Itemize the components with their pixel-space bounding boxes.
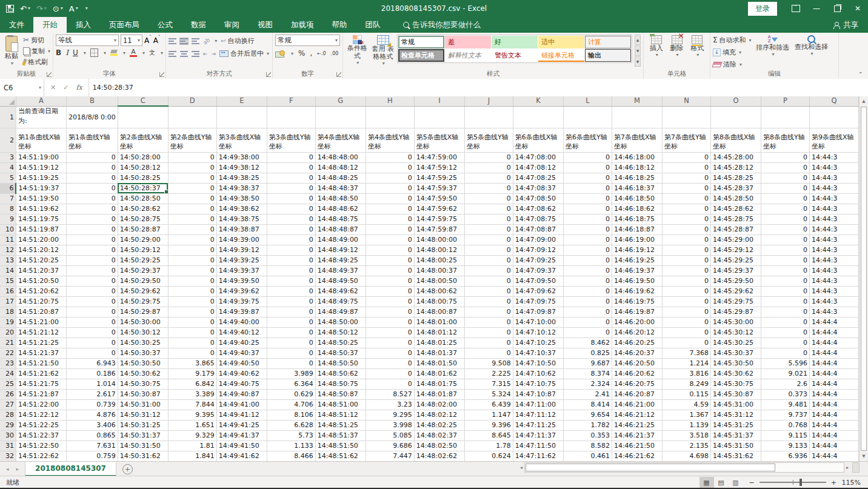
cell-E15[interactable]: 14:49:39:50 xyxy=(216,276,267,286)
bold-button[interactable]: B xyxy=(56,48,61,57)
cell-D12[interactable]: 0 xyxy=(168,245,216,255)
cell-G10[interactable]: 14:48:48:87 xyxy=(315,224,366,235)
cell-H27[interactable]: 3.23 xyxy=(366,399,414,410)
cell-C29[interactable]: 14:50:31:25 xyxy=(118,420,168,430)
alignment-dialog-launcher[interactable] xyxy=(266,72,271,77)
cell-C26[interactable]: 14:50:30:87 xyxy=(118,389,168,399)
cell-P12[interactable]: 0 xyxy=(761,245,810,255)
cell-D25[interactable]: 6.842 xyxy=(168,379,216,389)
cell-F6[interactable]: 0 xyxy=(267,183,315,193)
cell-C2[interactable]: 第2条曲线X轴坐标 xyxy=(118,128,168,152)
cell-B18[interactable]: 0 xyxy=(67,307,118,317)
zoom-slider[interactable] xyxy=(760,482,826,483)
cell-K5[interactable]: 14:47:08:25 xyxy=(513,173,563,183)
sheet-nav-right-icon[interactable]: ▸ xyxy=(16,466,19,472)
cell-B28[interactable]: 4.876 xyxy=(67,410,118,420)
cell-E18[interactable]: 14:49:39:87 xyxy=(216,307,267,317)
cell-H16[interactable]: 0 xyxy=(366,286,414,296)
cell-A9[interactable]: 14:51:19:75 xyxy=(16,214,66,224)
formula-input[interactable]: 14:50:28:37 xyxy=(89,79,868,96)
cell-P29[interactable]: 0.768 xyxy=(761,420,810,430)
cell-J1[interactable] xyxy=(464,106,513,128)
cell-F1[interactable] xyxy=(267,106,315,128)
cell-P15[interactable]: 0 xyxy=(761,276,810,286)
cell-H29[interactable]: 3.998 xyxy=(366,420,414,430)
cell-F12[interactable]: 0 xyxy=(267,245,315,255)
cell-H30[interactable]: 5.085 xyxy=(366,430,414,441)
cell-G23[interactable]: 14:48:50:50 xyxy=(315,358,366,368)
cancel-entry-button[interactable]: ✕ xyxy=(50,84,56,91)
cell-N30[interactable]: 3.518 xyxy=(663,430,711,441)
cell-D21[interactable]: 0 xyxy=(168,338,216,348)
cell-F2[interactable]: 第3条曲线Y轴坐标 xyxy=(267,128,315,152)
font-name-select[interactable]: 等线▾ xyxy=(56,35,119,46)
cell-J7[interactable]: 0 xyxy=(464,193,513,204)
cell-K2[interactable]: 第6条曲线X轴坐标 xyxy=(513,128,563,152)
cell-O26[interactable]: 14:45:30:87 xyxy=(710,389,761,399)
paste-button[interactable]: 粘贴 ▾ xyxy=(2,35,21,67)
cell-H2[interactable]: 第4条曲线Y轴坐标 xyxy=(366,128,414,152)
cell-H10[interactable]: 0 xyxy=(366,224,414,235)
cell-style-差[interactable]: 差 xyxy=(445,36,491,48)
cell-F27[interactable]: 4.706 xyxy=(267,399,315,410)
col-header-D[interactable]: D xyxy=(168,96,216,106)
cell-O10[interactable]: 14:45:28:87 xyxy=(710,224,761,235)
row-header-17[interactable]: 17 xyxy=(0,296,16,307)
cell-C6[interactable]: 14:50:28:37 xyxy=(118,183,168,193)
cell-F20[interactable]: 0 xyxy=(267,327,315,338)
row-header-14[interactable]: 14 xyxy=(0,265,16,276)
cell-H23[interactable]: 0 xyxy=(366,358,414,368)
cell-K24[interactable]: 14:47:10:62 xyxy=(513,368,563,379)
cell-D1[interactable] xyxy=(168,106,216,128)
cell-I11[interactable]: 14:48:00:00 xyxy=(414,235,464,245)
cell-B12[interactable]: 0 xyxy=(67,245,118,255)
cell-N19[interactable]: 0 xyxy=(663,317,711,327)
cell-F31[interactable]: 1.133 xyxy=(267,441,315,451)
cell-C30[interactable]: 14:50:31:37 xyxy=(118,430,168,441)
cell-B11[interactable]: 0 xyxy=(67,235,118,245)
cell-K8[interactable]: 14:47:08:62 xyxy=(513,204,563,214)
cell-J13[interactable]: 0 xyxy=(464,255,513,265)
cell-B20[interactable]: 0 xyxy=(67,327,118,338)
cell-G7[interactable]: 14:48:48:50 xyxy=(315,193,366,204)
cell-B15[interactable]: 0 xyxy=(67,276,118,286)
cell-P25[interactable]: 2.6 xyxy=(761,379,810,389)
cell-Q29[interactable]: 14:44:4 xyxy=(810,420,859,430)
cell-O23[interactable]: 14:45:30:50 xyxy=(710,358,761,368)
col-header-K[interactable]: K xyxy=(513,96,563,106)
cell-M12[interactable]: 14:46:19:12 xyxy=(612,245,662,255)
cell-P28[interactable]: 9.737 xyxy=(761,410,810,420)
gallery-up-button[interactable]: ▲ xyxy=(635,35,641,45)
cell-I8[interactable]: 14:47:59:62 xyxy=(414,204,464,214)
save-button[interactable] xyxy=(6,5,14,13)
cell-D28[interactable]: 9.395 xyxy=(168,410,216,420)
cell-N13[interactable]: 0 xyxy=(663,255,711,265)
cell-J26[interactable]: 5.324 xyxy=(464,389,513,399)
cell-D6[interactable]: 0 xyxy=(168,183,216,193)
cell-C1[interactable] xyxy=(118,106,168,128)
cell-Q9[interactable]: 14:44:3 xyxy=(810,214,859,224)
cell-D4[interactable]: 0 xyxy=(168,162,216,173)
cell-L28[interactable]: 9.654 xyxy=(563,410,612,420)
tab-页面布局[interactable]: 页面布局 xyxy=(100,17,149,33)
cell-D29[interactable]: 1.651 xyxy=(168,420,216,430)
clear-button[interactable]: 清除▾ xyxy=(713,59,752,70)
cell-E11[interactable]: 14:49:39:00 xyxy=(216,235,267,245)
cell-N17[interactable]: 0 xyxy=(663,296,711,307)
cell-O6[interactable]: 14:45:28:37 xyxy=(710,183,761,193)
cell-O28[interactable]: 14:45:31:12 xyxy=(710,410,761,420)
cell-N32[interactable]: 4.698 xyxy=(663,451,711,461)
cell-P18[interactable]: 0 xyxy=(761,307,810,317)
cell-I32[interactable]: 14:48:02:62 xyxy=(414,451,464,461)
cell-O13[interactable]: 14:45:29:25 xyxy=(710,255,761,265)
cell-D11[interactable]: 0 xyxy=(168,235,216,245)
cell-E25[interactable]: 14:49:40:75 xyxy=(216,379,267,389)
italic-button[interactable]: I xyxy=(65,48,68,57)
cell-E29[interactable]: 14:49:41:25 xyxy=(216,420,267,430)
cell-P23[interactable]: 5.596 xyxy=(761,358,810,368)
cell-B19[interactable]: 0 xyxy=(67,317,118,327)
tab-插入[interactable]: 插入 xyxy=(67,17,100,33)
cell-O4[interactable]: 14:45:28:12 xyxy=(710,162,761,173)
cell-C20[interactable]: 14:50:30:12 xyxy=(118,327,168,338)
cell-M16[interactable]: 14:46:19:62 xyxy=(612,286,662,296)
